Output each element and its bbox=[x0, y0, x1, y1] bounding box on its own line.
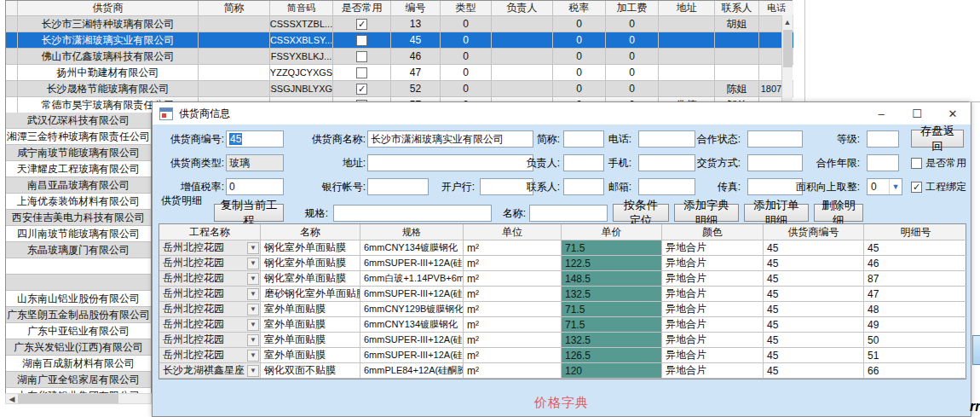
supplier-list-item[interactable]: 广东中亚铝业有限公司 bbox=[6, 323, 151, 339]
checkbox-icon[interactable] bbox=[356, 84, 367, 95]
save-return-button[interactable]: 存盘返回 bbox=[911, 130, 964, 148]
project-combobox[interactable]: 岳州北控花园▼ bbox=[159, 240, 260, 255]
chevron-down-icon[interactable]: ▼ bbox=[247, 288, 259, 300]
delete-detail-button[interactable]: 删除明细 bbox=[814, 204, 863, 222]
project-combobox[interactable]: 岳州北控花园▼ bbox=[159, 317, 260, 332]
scrollbar-thumb[interactable] bbox=[18, 394, 118, 403]
row-selector[interactable] bbox=[6, 49, 18, 65]
row-selector[interactable] bbox=[6, 16, 18, 32]
column-header[interactable]: 电话 bbox=[759, 1, 793, 16]
supplier-name-input[interactable]: 长沙市潇湘玻璃实业有限公司 bbox=[367, 130, 533, 148]
detail-grid-row[interactable]: 岳州北控花园▼磨砂钢化室外单面贴膜6mmSUPER-III+12A(硅...m²… bbox=[159, 287, 966, 302]
dialog-titlebar[interactable]: 供货商信息 – ☐ ✕ bbox=[153, 102, 971, 125]
detail-grid-row[interactable]: 岳州北控花园▼室外单面贴膜6mmCNY129B镀膜钢化m²71.5异地合片454… bbox=[159, 302, 966, 317]
name-filter-input[interactable] bbox=[529, 205, 608, 222]
supplier-list-item[interactable]: 山东南山铝业股份有限公司 bbox=[6, 291, 151, 307]
supplier-list-item[interactable]: 湖南广亚全铝家居有限公司 bbox=[6, 372, 151, 388]
checkbox-icon[interactable] bbox=[911, 182, 922, 193]
chevron-down-icon[interactable]: ▼ bbox=[247, 304, 259, 316]
checkbox-icon[interactable] bbox=[911, 158, 922, 169]
column-header[interactable]: 工程名称 bbox=[159, 224, 261, 240]
supplier-list-item[interactable]: 西安佳吉美电力科技有限公司 bbox=[6, 210, 151, 226]
supplier-list-item[interactable]: 咸宁南玻节能玻璃有限公司 bbox=[6, 145, 151, 161]
supplier-list-item[interactable]: 天津耀皮工程玻璃有限公司 bbox=[6, 161, 151, 177]
project-combobox[interactable]: 岳州北控花园▼ bbox=[159, 271, 260, 286]
project-combobox[interactable]: 岳州北控花园▼ bbox=[159, 256, 260, 270]
vat-rate-input[interactable]: 0 bbox=[226, 178, 284, 195]
project-combobox[interactable]: 长沙龙湖祺鑫星座▼ bbox=[159, 363, 260, 378]
chevron-down-icon[interactable]: ▼ bbox=[247, 273, 259, 285]
chevron-down-icon[interactable]: ▼ bbox=[247, 365, 259, 377]
detail-grid-row[interactable]: 岳州北控花园▼钢化室外单面贴膜6mm白玻+1.14PVB+6mm...m²148… bbox=[159, 271, 966, 287]
detail-grid-row[interactable]: 岳州北控花园▼钢化室外单面贴膜6mmCNY134镀膜钢化m²71.5异地合片45… bbox=[159, 240, 966, 256]
chevron-down-icon[interactable]: ▼ bbox=[247, 319, 259, 331]
close-button[interactable]: ✕ bbox=[935, 102, 971, 125]
supplier-list-item[interactable] bbox=[6, 258, 151, 275]
row-selector[interactable] bbox=[6, 97, 18, 113]
coop-years-input[interactable] bbox=[867, 154, 899, 171]
detail-grid-row[interactable]: 岳州北控花园▼室外单面贴膜6mmSUPER-III+12A(硅...m²126.… bbox=[159, 348, 966, 363]
column-header[interactable]: 负责人 bbox=[492, 1, 553, 16]
column-header[interactable]: 供货商 bbox=[18, 1, 199, 16]
chevron-down-icon[interactable]: ▼ bbox=[889, 179, 902, 194]
column-header[interactable]: 联系人 bbox=[715, 1, 759, 16]
supplier-list-item[interactable]: 南昌亚晶玻璃有限公司 bbox=[6, 177, 151, 194]
column-header[interactable]: 明细号 bbox=[864, 224, 967, 240]
column-header[interactable]: 简音码 bbox=[270, 1, 333, 16]
abbr-input[interactable] bbox=[563, 130, 604, 148]
row-selector[interactable] bbox=[6, 65, 18, 81]
chevron-down-icon[interactable]: ▼ bbox=[247, 350, 259, 362]
delivery-input[interactable] bbox=[747, 154, 803, 171]
chevron-down-icon[interactable]: ▼ bbox=[247, 334, 259, 346]
supplier-table-row[interactable]: 长沙市潇湘玻璃实业有限公司CSSXXBLSY...45000 bbox=[6, 32, 792, 49]
project-combobox[interactable]: 岳州北控花园▼ bbox=[159, 302, 260, 316]
detail-grid-row[interactable]: 岳州北控花园▼钢化室外单面贴膜6mmSUPER-III+12A(硅...m²12… bbox=[159, 256, 966, 271]
project-bind-checkbox[interactable]: 工程绑定 bbox=[911, 178, 966, 195]
chevron-down-icon[interactable]: ▼ bbox=[247, 242, 259, 254]
area-round-up-combobox[interactable]: 0 ▼ bbox=[867, 178, 902, 195]
scrollbar-thumb[interactable] bbox=[783, 30, 793, 67]
supplier-no-input[interactable]: 45 bbox=[226, 130, 284, 148]
supplier-list-item[interactable]: 上海优泰装饰材料有限公司 bbox=[6, 194, 151, 210]
supplier-table-row[interactable]: 扬州中勤建材有限公司YZZQJCYXGS47000 bbox=[6, 65, 792, 81]
row-selector[interactable] bbox=[6, 32, 18, 49]
column-header[interactable]: 加工费 bbox=[606, 1, 659, 16]
email-input[interactable] bbox=[638, 178, 695, 195]
leader-input[interactable] bbox=[563, 154, 604, 171]
supplier-list-item[interactable] bbox=[6, 275, 151, 291]
column-header[interactable]: 颜色 bbox=[662, 224, 764, 240]
column-header[interactable]: 规格 bbox=[360, 224, 464, 240]
detail-grid-row[interactable]: 岳州北控花园▼室外单面贴膜6mmSUPER-III+12A(硅...m²132.… bbox=[159, 333, 966, 348]
column-header[interactable]: 税率 bbox=[553, 1, 606, 16]
supplier-table-row[interactable]: 佛山市亿鑫玻璃科技有限公司FSSYXBLKJ...46000 bbox=[6, 49, 792, 65]
supplier-list-item[interactable]: 湘潭三金特种玻璃有限责任公司 bbox=[6, 129, 151, 145]
checkbox-icon[interactable] bbox=[356, 19, 367, 30]
detail-grid-row[interactable]: 长沙龙湖祺鑫星座▼钢化双面不贴膜6mmPLE84+12A(硅酮胶...m²120… bbox=[159, 363, 966, 379]
supplier-list-item[interactable]: 东晶玻璃厦门有限公司 bbox=[6, 242, 151, 258]
column-header[interactable]: 编号 bbox=[391, 1, 441, 16]
project-combobox[interactable]: 岳州北控花园▼ bbox=[159, 333, 260, 347]
column-header[interactable]: 地址 bbox=[659, 1, 715, 16]
bank-account-input[interactable] bbox=[367, 178, 429, 195]
scroll-left-icon[interactable]: ◀ bbox=[6, 394, 18, 403]
row-selector[interactable] bbox=[6, 81, 18, 97]
column-header[interactable]: 类型 bbox=[441, 1, 492, 16]
supplier-table-vertical-scrollbar[interactable]: ▲ bbox=[781, 15, 793, 101]
project-combobox[interactable]: 岳州北控花园▼ bbox=[159, 287, 260, 301]
spec-filter-input[interactable] bbox=[333, 205, 492, 222]
column-header[interactable]: 单价 bbox=[562, 224, 662, 240]
checkbox-icon[interactable] bbox=[356, 67, 367, 78]
supplier-table-row[interactable]: 长沙晟格节能玻璃有限公司CSSGJNBLYXGS52000陈姐180751 bbox=[6, 81, 792, 97]
supplier-list-item[interactable]: 武汉亿琛科技有限公司 bbox=[6, 113, 151, 129]
add-dictionary-detail-button[interactable]: 添加字典明细 bbox=[674, 204, 739, 222]
scroll-up-icon[interactable]: ▲ bbox=[782, 15, 793, 28]
contact-input[interactable] bbox=[563, 178, 604, 195]
checkbox-icon[interactable] bbox=[356, 35, 367, 46]
supplier-list-item[interactable]: 湖南百成新材料有限公司 bbox=[6, 356, 151, 372]
supplier-list-item[interactable]: 广东坚朗五金制品股份有限公司 bbox=[6, 307, 151, 323]
supplier-list-item[interactable]: 广东兴发铝业(江西)有限公司 bbox=[6, 339, 151, 356]
column-header[interactable]: 名称 bbox=[261, 224, 360, 240]
checkbox-icon[interactable] bbox=[356, 51, 367, 62]
add-order-detail-button[interactable]: 添加订单明细 bbox=[744, 204, 809, 222]
supplier-type-input[interactable]: 玻璃 bbox=[226, 154, 284, 171]
